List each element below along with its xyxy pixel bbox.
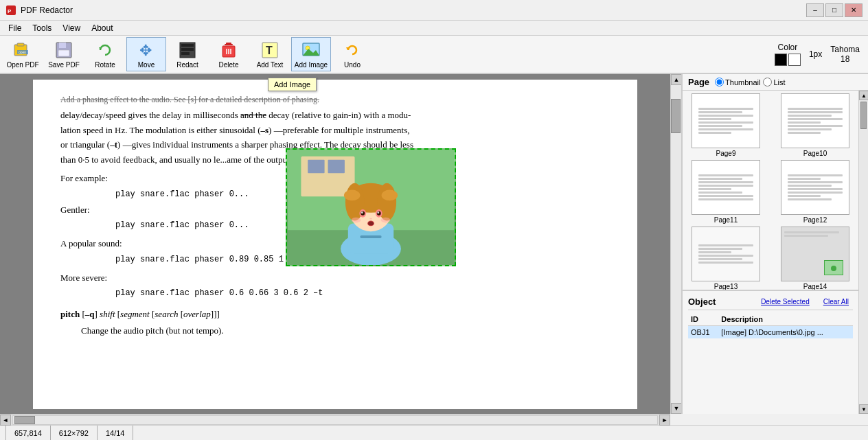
right-scroll-thumb[interactable] — [860, 102, 867, 129]
thumbnail-page14[interactable]: Page14 — [772, 227, 858, 290]
thumb-img-page9 — [692, 93, 760, 148]
status-coordinates: 657,814 — [5, 426, 51, 440]
status-bar: 657,814 612×792 14/14 — [0, 425, 868, 440]
pdf-line-2: delay/decay/speed gives the delay in mil… — [60, 108, 610, 122]
hscroll-track[interactable] — [12, 415, 658, 425]
thumb-img-page13 — [692, 227, 760, 281]
object-row-id: OBJ1 — [688, 326, 718, 339]
object-table-header-row: ID Description — [688, 313, 853, 326]
color-label: Color — [778, 43, 798, 52]
hscroll-thumb[interactable] — [14, 416, 35, 424]
thumbnail-page10[interactable]: Page10 — [772, 93, 858, 157]
right-panel-vscrollbar: ▲ ▼ — [858, 91, 868, 414]
right-scroll-up-button[interactable]: ▲ — [859, 91, 868, 100]
save-pdf-label: Save PDF — [48, 61, 80, 69]
thumbnail-page12[interactable]: Page12 — [772, 160, 858, 224]
list-radio-label[interactable]: List — [763, 78, 785, 86]
right-scroll-down-button[interactable]: ▼ — [859, 404, 868, 414]
thumb-img-page10 — [781, 93, 849, 148]
svg-rect-30 — [308, 160, 324, 174]
object-table-body: OBJ1 [Image] D:\Documents\0.jpg ... — [688, 326, 853, 339]
font-name-label: Tahoma — [830, 45, 860, 54]
thumb-lines-page10 — [785, 104, 845, 138]
svg-point-38 — [344, 190, 360, 201]
move-label: Move — [138, 61, 155, 69]
color-group: Color — [775, 43, 801, 66]
delete-button[interactable]: Delete — [209, 37, 249, 71]
save-pdf-button[interactable]: Save PDF — [44, 37, 84, 71]
thumb-label-page11: Page11 — [714, 216, 738, 224]
thumbnail-page13[interactable]: Page13 — [683, 227, 769, 290]
svg-rect-13 — [181, 48, 194, 51]
redact-button[interactable]: Redact — [168, 37, 207, 71]
minimize-button[interactable]: – — [806, 3, 824, 17]
thumbnail-page9[interactable]: Page9 — [683, 93, 769, 157]
thumbnails-grid: Page9 — [683, 91, 858, 290]
thumb-img-page14 — [781, 227, 849, 281]
table-row[interactable]: OBJ1 [Image] D:\Documents\0.jpg ... — [688, 326, 853, 339]
hscroll-left-button[interactable]: ◄ — [0, 415, 11, 426]
foreground-color[interactable] — [775, 54, 787, 66]
thumb-label-page14: Page14 — [803, 283, 827, 290]
clear-all-button[interactable]: Clear All — [819, 297, 853, 307]
content-scroll-down-button[interactable]: ▼ — [671, 403, 681, 414]
svg-point-48 — [368, 222, 374, 226]
hscroll-right-button[interactable]: ► — [659, 415, 670, 426]
add-image-button[interactable]: Add Image — [291, 37, 331, 71]
close-button[interactable]: ✕ — [845, 3, 863, 17]
delete-label: Delete — [219, 61, 239, 69]
background-color[interactable] — [788, 54, 801, 66]
object-table-header: ID Description — [688, 313, 853, 326]
menu-file[interactable]: File — [3, 22, 27, 34]
delete-selected-button[interactable]: Delete Selected — [757, 297, 814, 307]
thumb-image-marker — [824, 260, 843, 275]
svg-point-44 — [361, 211, 363, 213]
open-pdf-button[interactable]: open Open PDF — [3, 37, 43, 71]
menu-about[interactable]: About — [86, 22, 118, 34]
font-size-label: 18 — [841, 54, 849, 64]
object-row-description: [Image] D:\Documents\0.jpg ... — [718, 326, 853, 339]
content-area: Add Image Add a phasing effect to the au… — [0, 74, 670, 414]
add-text-button[interactable]: T Add Text — [250, 37, 290, 71]
maximize-button[interactable]: □ — [825, 3, 843, 17]
rotate-button[interactable]: Rotate — [85, 37, 125, 71]
thumbnail-radio-label[interactable]: Thumbnail — [715, 78, 760, 86]
open-pdf-label: Open PDF — [6, 61, 38, 69]
thumb-lines-page12 — [785, 170, 845, 205]
right-scroll-track[interactable] — [859, 100, 868, 404]
move-button[interactable]: ✥ Move — [126, 37, 166, 71]
placed-image[interactable] — [286, 148, 456, 266]
app-title: PDF Redactor — [21, 5, 73, 15]
svg-text:✥: ✥ — [139, 42, 152, 59]
thumbnail-radio[interactable] — [715, 78, 724, 86]
move-icon: ✥ — [137, 40, 156, 60]
pdf-line-3: lation speed in Hz. The modulation is ei… — [60, 124, 610, 137]
font-group: Tahoma 18 — [830, 45, 860, 64]
content-vscrollbar: ▲ ▼ — [670, 74, 681, 414]
menu-tools[interactable]: Tools — [27, 22, 57, 34]
right-panel-inner: Page9 — [683, 91, 868, 414]
content-scroll-track[interactable] — [671, 85, 681, 403]
svg-point-39 — [382, 190, 398, 201]
svg-point-45 — [377, 211, 379, 213]
add-image-tooltip: Add Image — [268, 78, 317, 91]
rotate-icon — [95, 40, 115, 60]
status-page: 14/14 — [98, 426, 134, 440]
thumb-label-page10: Page10 — [803, 150, 827, 157]
svg-rect-7 — [59, 43, 66, 48]
placed-image-svg — [287, 150, 455, 265]
svg-text:T: T — [266, 45, 273, 56]
svg-rect-8 — [58, 50, 69, 56]
thumb-label-page13: Page13 — [714, 283, 738, 290]
undo-button[interactable]: Undo — [332, 37, 372, 71]
svg-rect-12 — [181, 44, 194, 47]
thumb-lines-page13 — [696, 240, 756, 268]
thumbnail-page11[interactable]: Page11 — [683, 160, 769, 224]
menu-view[interactable]: View — [57, 22, 86, 34]
content-scroll-up-button[interactable]: ▲ — [671, 74, 681, 85]
thumb-lines-page9 — [696, 104, 756, 138]
pdf-page: Add a phasing effect to the audio. See [… — [33, 80, 637, 409]
content-scroll-thumb[interactable] — [671, 99, 681, 133]
list-radio[interactable] — [763, 78, 772, 86]
redact-icon — [178, 40, 197, 60]
